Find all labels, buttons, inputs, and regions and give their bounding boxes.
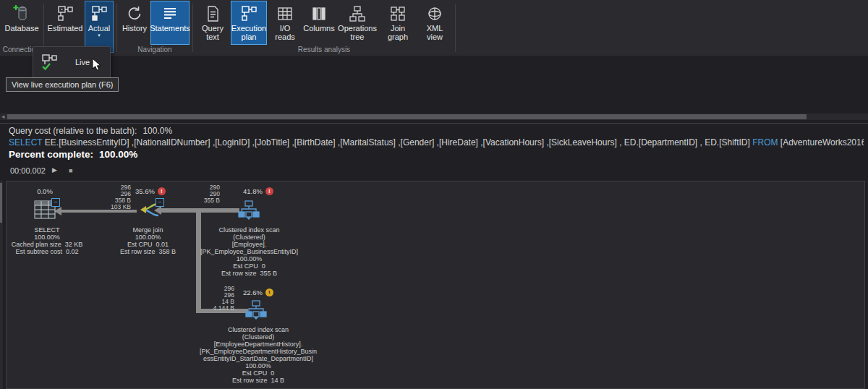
database-icon <box>13 4 30 23</box>
sql-keyword: FROM <box>752 137 778 148</box>
warning-icon-yellow: ! <box>265 288 273 296</box>
execution-plan-button[interactable]: Execution plan <box>231 1 267 45</box>
xml-view-icon <box>426 4 443 23</box>
percent-complete-value: 100.00% <box>99 149 137 160</box>
io-reads-label: I/O reads <box>270 24 300 42</box>
scroll-left-arrow-icon[interactable]: ◂ <box>1 113 5 120</box>
database-button[interactable]: Database <box>3 1 41 45</box>
ribbon-group-navigation: History Statements Navigation <box>117 0 192 56</box>
results-group-label: Results analysis <box>195 45 453 56</box>
sql-text: [AdventureWorks2016CTP3].[HumanResources… <box>778 137 864 148</box>
io-reads-table-icon <box>276 4 294 23</box>
node-select-details[interactable]: SELECT 100.00% Cached plan size 32 KB Es… <box>7 226 88 255</box>
database-label: Database <box>4 24 38 33</box>
sql-text: EE.[BusinessEntityID] ,[NationalIDNumber… <box>42 137 752 148</box>
percent-complete-label: Percent complete: <box>9 149 93 160</box>
query-cost-value: 100.0% <box>142 126 172 136</box>
execution-plan-label: Execution plan <box>231 24 266 42</box>
statements-button[interactable]: Statements <box>150 1 190 45</box>
statements-label: Statements <box>150 24 190 33</box>
node-topscan-cost-pct: 41.8%! <box>243 187 273 195</box>
ribbon-group-results: Query text Execution plan <box>193 0 455 56</box>
clustered-index-scan-icon[interactable] <box>245 300 267 323</box>
elapsed-timer: 00:00.002 <box>10 166 46 175</box>
xml-view-label: XML view <box>419 24 451 42</box>
history-button[interactable]: History <box>120 1 149 45</box>
plan-explorer-window: Database Connection Estimated <box>0 0 868 389</box>
history-icon <box>126 4 143 23</box>
xml-view-button[interactable]: XML view <box>417 1 452 45</box>
replay-play-button[interactable]: ▶ <box>52 166 57 174</box>
sql-keyword: SELECT <box>9 137 42 148</box>
horizontal-scrollbar-thumb[interactable] <box>7 114 807 119</box>
join-graph-label: Join graph <box>381 24 414 42</box>
query-text-button[interactable]: Query text <box>196 1 229 45</box>
execution-plan-icon <box>240 4 258 23</box>
columns-label: Columns <box>303 24 334 33</box>
ribbon: Database Connection Estimated <box>0 0 868 56</box>
percent-complete-line: Percent complete:100.00% <box>9 149 143 160</box>
query-cost-label: Query cost (relative to the batch): <box>9 126 137 136</box>
node-bottomscan-cost-pct: 22.6%! <box>243 288 273 296</box>
live-plan-icon <box>41 53 58 72</box>
warning-icon-red: ! <box>265 187 273 195</box>
dropdown-item-live[interactable]: Live <box>75 58 90 67</box>
query-cost-line: Query cost (relative to the batch):100.0… <box>9 126 172 136</box>
vertical-scrollbar-thumb[interactable] <box>0 183 2 223</box>
io-reads-button[interactable]: I/O reads <box>268 1 302 45</box>
operations-tree-icon <box>349 4 366 23</box>
node-bottomscan-details[interactable]: Clustered index scan (Clustered) [Employ… <box>193 326 323 384</box>
join-graph-icon <box>389 4 407 23</box>
mouse-cursor <box>92 58 101 74</box>
edge-stats-mergejoin: 296 296 358 B 103 KB <box>92 184 131 210</box>
actual-dropdown-caret-icon[interactable]: ▼ <box>97 33 101 38</box>
document-icon <box>204 4 221 23</box>
collapse-toggle[interactable]: − <box>156 198 164 207</box>
query-text-label: Query text <box>197 24 228 42</box>
edge-stats-topscan: 290 290 355 B <box>184 184 220 204</box>
actual-label: Actual <box>88 24 111 33</box>
node-topscan-details[interactable]: Clustered index scan (Clustered) [Employ… <box>193 226 305 277</box>
sql-statement[interactable]: SELECT EE.[BusinessEntityID] ,[NationalI… <box>9 137 864 148</box>
columns-button[interactable]: Columns <box>303 1 335 45</box>
estimated-label: Estimated <box>48 24 83 33</box>
node-mergejoin-details[interactable]: Merge join 100.00% Est CPU 0.01 Est row … <box>106 226 190 255</box>
horizontal-scrollbar[interactable]: ◂ <box>0 114 868 120</box>
node-mergejoin-cost-pct: 35.6%! <box>135 187 166 195</box>
ribbon-divider <box>455 4 456 52</box>
estimated-button[interactable]: Estimated <box>47 1 83 53</box>
actual-button[interactable]: Actual ▼ <box>85 1 114 53</box>
edge-stats-bottomscan: 296 296 14 B 4.144 B <box>198 286 234 312</box>
history-label: History <box>122 24 147 33</box>
estimated-plan-icon <box>56 4 74 23</box>
collapse-toggle[interactable]: − <box>51 198 60 207</box>
vertical-scrollbar[interactable] <box>0 181 3 389</box>
statements-list-icon <box>161 4 179 23</box>
live-plan-tooltip: View live execution plan (F6) <box>6 77 119 92</box>
node-select-cost-pct: 0.0% <box>27 187 63 195</box>
panel-divider <box>0 123 868 124</box>
clustered-index-scan-icon[interactable] <box>238 200 260 223</box>
join-graph-button[interactable]: Join graph <box>380 1 416 45</box>
actual-plan-icon <box>90 4 108 23</box>
replay-stop-button[interactable]: ■ <box>69 167 72 174</box>
columns-icon <box>310 4 328 23</box>
operations-tree-label: Operations tree <box>338 24 377 42</box>
warning-icon-red: ! <box>158 187 166 195</box>
execution-plan-diagram: 0.0% − SELECT 100.00% Cached plan size 3… <box>6 181 865 389</box>
navigation-group-label: Navigation <box>119 45 190 56</box>
operations-tree-button[interactable]: Operations tree <box>336 1 378 45</box>
